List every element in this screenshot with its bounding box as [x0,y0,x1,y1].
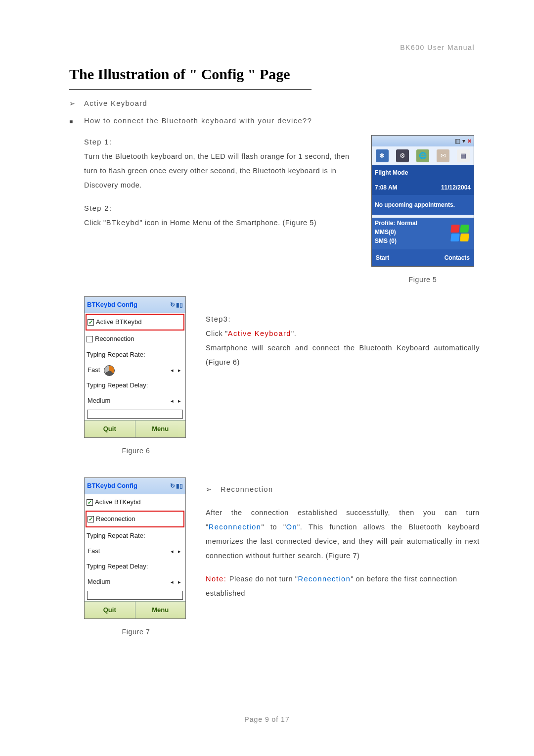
delay-value-row: Medium ◂ ▸ [85,393,185,408]
header-manual: BK600 User Manual [400,41,475,54]
steps-column: Step 1: Turn the Bluetooth keyboard on, … [69,135,356,286]
windows-flag-icon [451,225,470,242]
left-right-arrows-icon: ◂ ▸ [171,395,182,406]
softkey-menu: Menu [135,602,186,618]
step3-click-line: Click "Active Keyboard". [206,327,480,341]
flight-mode-row: Flight Mode [372,165,474,180]
softkey-quit: Quit [85,421,135,437]
text: Click " [84,219,106,227]
note-label: Note: [206,575,229,583]
bullet-text: Active Keyboard [84,96,480,111]
reconnection-row: Reconnection [85,331,185,347]
checkbox-checked-icon: ✓ [88,319,94,326]
active-btkeybd-label: Active BTKeybd [95,496,141,509]
signal-icon: ▾ [462,135,465,147]
sms-row: SMS (0) [375,236,417,245]
cfg-titlebar: BTKeybd Config ↻▮▯ [85,478,185,494]
on-term: On [286,523,297,531]
text: Fast [88,366,100,374]
rate-value-row: Fast ◂ ▸ [85,544,185,559]
profile-row: Profile: Normal [375,219,417,228]
sync-icon: ↻ [170,480,175,492]
cfg-title-text: BTKeybd Config [87,479,137,492]
figure6-caption: Figure 6 [84,444,188,458]
reconnection-label: Reconnection [96,513,135,525]
softkey-contacts: Contacts [445,252,470,264]
rate-label: Typing Repeat Rate: [85,347,185,363]
time-date-row: 7:08 AM 11/12/2004 [372,180,474,195]
text: ". [291,330,296,337]
cfg-softkeys: Quit Menu [85,420,185,437]
softkey-menu: Menu [135,421,186,437]
step1-label: Step 1: [84,135,356,149]
btkeybd-config-screenshot-fig6: BTKeybd Config ↻▮▯ ✓ Active BTKeybd Reco… [84,296,186,438]
step1-body: Turn the Bluetooth keyboard on, the LED … [84,149,356,192]
reconnection-note: Note: Please do not turn "Reconnection" … [206,572,480,601]
active-btkeybd-label: Active BTKeybd [96,316,142,329]
globe-icon: 🌐 [416,149,429,162]
step3-body: Smartphone will search and connect the B… [206,341,480,370]
step3-label: Step3: [206,312,480,327]
reconnection-paragraph: After the connection established success… [206,506,480,563]
figure7-wrap: BTKeybd Config ↻▮▯ ✓ Active BTKeybd ✓ Re… [84,477,188,639]
delay-label: Typing Repeat Delay: [85,559,185,574]
mms-row: MMS(0) [375,228,417,236]
delay-value-row: Medium ◂ ▸ [85,574,185,589]
bullet-active-keyboard: ➢ Active Keyboard [69,96,480,111]
delay-value: Medium [88,575,110,588]
step3-column: Step3: Click "Active Keyboard". Smartpho… [206,296,480,370]
bluetooth-icon: ✱ [376,149,389,162]
arrow-icon: ➢ [69,96,84,110]
reconnection-term: Reconnection [209,523,262,531]
bullet-text: How to connect the Bluetooth keyboard wi… [84,114,480,128]
text: Click " [206,330,228,337]
phone-statusbar: ▥ ▾ ✕ [372,136,474,146]
arrow-icon: ➢ [206,482,221,496]
page-title: The Illustration of " Config " Page [69,59,312,90]
rate-value: Fast [88,545,100,558]
checkbox-checked-icon: ✓ [87,499,93,506]
mail-icon: ✉ [437,149,449,162]
bullet-howto: ■ How to connect the Bluetooth keyboard … [69,114,480,128]
smartphone-home-screenshot: ▥ ▾ ✕ ✱ ⚙ 🌐 ✉ ▤ Flight Mode 7:08 AM 11/1… [371,135,474,267]
phone-icon-row: ✱ ⚙ 🌐 ✉ ▤ [372,146,474,165]
step2-body: Click "BTkeybd" icon in Home Menu of the… [84,216,356,230]
figure6-wrap: BTKeybd Config ↻▮▯ ✓ Active BTKeybd Reco… [84,296,188,458]
delay-label: Typing Repeat Delay: [85,378,185,393]
delay-value: Medium [88,394,110,407]
left-right-arrows-icon: ◂ ▸ [171,576,182,587]
reconnection-term: Reconnection [298,575,351,583]
phone-softkeys: Start Contacts [372,249,474,266]
phone-time: 7:08 AM [375,182,398,193]
active-keyboard-term: Active Keyboard [228,330,291,337]
reconnection-row-highlighted: ✓ Reconnection [86,511,184,527]
cfg-title-text: BTKeybd Config [87,298,137,311]
cfg-titlebar: BTKeybd Config ↻▮▯ [85,297,185,313]
document-page: BK600 User Manual The Illustration of " … [0,0,534,756]
cfg-sys-icons: ↻▮▯ [170,480,183,492]
profile-lines: Profile: Normal MMS(0) SMS (0) [375,219,417,245]
text: " to " [261,523,286,531]
reconnection-column: ➢ Reconnection After the connection esta… [206,477,480,601]
active-btkeybd-row: ✓ Active BTKeybd [85,494,185,510]
left-right-arrows-icon: ◂ ▸ [171,365,182,376]
text: Please do not turn " [229,575,298,583]
rate-value-row: Fast ◂ ▸ [85,363,185,378]
reconnection-label: Reconnection [95,332,134,345]
rate-value: Fast [88,364,115,377]
bullet-reconnection: ➢ Reconnection [206,482,480,497]
rate-label: Typing Repeat Rate: [85,528,185,544]
checkbox-checked-icon: ✓ [88,516,94,522]
sync-icon: ↻ [170,299,175,311]
softkey-quit: Quit [85,602,135,618]
btkeybd-config-screenshot-fig7: BTKeybd Config ↻▮▯ ✓ Active BTKeybd ✓ Re… [84,477,186,619]
signal-bars-icon: ▮▯ [176,480,183,492]
signal-bars-icon: ▮▯ [176,299,183,311]
gear-icon: ⚙ [396,149,409,162]
busy-spinner-icon [104,365,115,376]
app-icon: ▤ [457,149,470,162]
figure7-caption: Figure 7 [84,625,188,639]
cfg-softkeys: Quit Menu [85,601,185,618]
figure5-column: ▥ ▾ ✕ ✱ ⚙ 🌐 ✉ ▤ Flight Mode 7:08 AM 11/1… [366,135,480,286]
btkeybd-term: BTkeybd [106,219,140,227]
